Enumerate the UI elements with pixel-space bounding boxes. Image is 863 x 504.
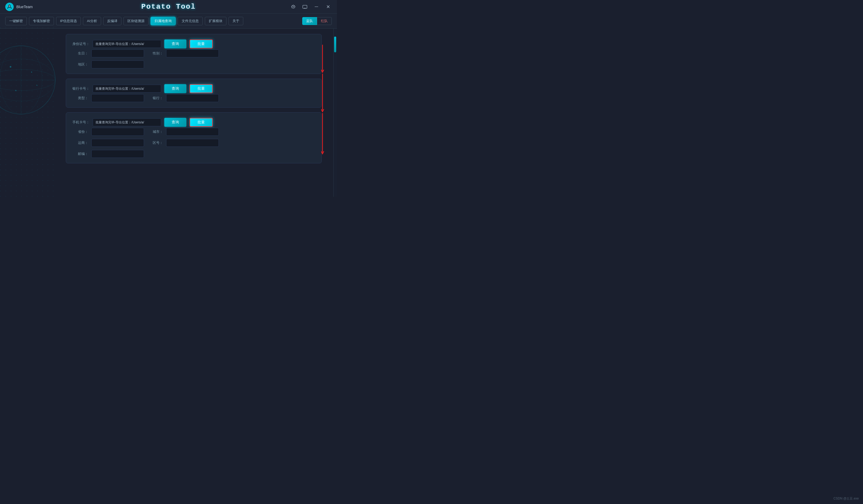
- city-label: 城市：: [147, 129, 163, 134]
- id-card-label: 身份证号：: [72, 41, 89, 46]
- phone-card-sub-fields: 省份： 城市： 运商： 区号： 邮编：: [72, 128, 315, 158]
- id-card-sub-fields: 生日： 性别： 地区：: [72, 50, 315, 68]
- carrier-label: 运商：: [72, 141, 88, 145]
- bank-card-section: 银行卡号： 查询 批量 类型： 银行：: [66, 79, 322, 107]
- areacode-input[interactable]: [166, 139, 219, 147]
- type-input[interactable]: [91, 94, 144, 102]
- bank-card-query-btn[interactable]: 查询: [164, 84, 186, 93]
- team-buttons: 蓝队 红队: [302, 17, 332, 25]
- region-input[interactable]: [91, 61, 144, 68]
- tab-guishu[interactable]: 归属地查询: [151, 17, 176, 25]
- phone-card-input[interactable]: [93, 118, 161, 126]
- app-icon: [5, 3, 14, 11]
- gender-label: 性别：: [147, 51, 163, 56]
- app-main-title: Potato Tool: [141, 3, 196, 11]
- title-bar: BlueTeam Potato Tool ─ ✕: [0, 0, 337, 14]
- birthday-label: 生日：: [72, 51, 88, 56]
- bank-input[interactable]: [166, 94, 219, 102]
- phone-carrier-row: 运商： 区号：: [72, 139, 315, 147]
- phone-card-main-row: 手机卡号： 查询 批量: [72, 118, 315, 127]
- tab-yijie[interactable]: 一键解密: [5, 17, 27, 25]
- phone-card-section: 手机卡号： 查询 批量 省份： 城市： 运商： 区号：: [66, 112, 322, 163]
- carrier-input[interactable]: [91, 139, 144, 147]
- phone-card-batch-btn[interactable]: 批量: [190, 118, 213, 127]
- red-team-btn[interactable]: 红队: [317, 17, 332, 25]
- tab-ip[interactable]: IP信息筛选: [56, 17, 81, 25]
- minimize-icon[interactable]: ─: [313, 3, 320, 11]
- bank-card-sub-fields: 类型： 银行：: [72, 94, 315, 102]
- phone-province-row: 省份： 城市：: [72, 128, 315, 136]
- zip-label: 邮编：: [72, 152, 88, 156]
- tab-zhuanxiang[interactable]: 专项加解密: [29, 17, 54, 25]
- tab-about[interactable]: 关于: [228, 17, 243, 25]
- nav-bar: 一键解密 专项加解密 IP信息筛选 AI分析 反编译 区块链溯源 归属地查询 文…: [0, 14, 337, 29]
- scrollbar[interactable]: [333, 29, 337, 197]
- id-card-main-row: 身份证号： 查询 批量: [72, 39, 315, 48]
- phone-card-label: 手机卡号：: [72, 120, 89, 125]
- main-area: 身份证号： 查询 批量 生日： 性别： 地区：: [0, 29, 337, 197]
- blue-team-btn[interactable]: 蓝队: [302, 17, 317, 25]
- tab-ai[interactable]: AI分析: [83, 17, 101, 25]
- bank-card-batch-btn[interactable]: 批量: [190, 84, 213, 93]
- bank-label: 银行：: [147, 96, 163, 101]
- id-card-birthday-row: 生日： 性别：: [72, 50, 315, 57]
- tab-file[interactable]: 文件元信息: [178, 17, 203, 25]
- type-label: 类型：: [72, 96, 88, 101]
- close-icon[interactable]: ✕: [324, 3, 332, 11]
- settings-icon[interactable]: [290, 3, 297, 11]
- region-label: 地区：: [72, 62, 88, 67]
- areacode-label: 区号：: [147, 141, 163, 145]
- app-name: BlueTeam: [16, 5, 33, 9]
- id-card-section: 身份证号： 查询 批量 生日： 性别： 地区：: [66, 34, 322, 74]
- svg-rect-2: [9, 5, 10, 5]
- title-bar-controls: ─ ✕: [290, 3, 332, 11]
- province-input[interactable]: [91, 128, 144, 136]
- city-input[interactable]: [166, 128, 219, 136]
- scroll-thumb[interactable]: [334, 37, 336, 52]
- tab-expand[interactable]: 扩展模块: [205, 17, 226, 25]
- screen-icon[interactable]: [301, 3, 309, 11]
- bank-card-type-row: 类型： 银行：: [72, 94, 315, 102]
- id-card-batch-btn[interactable]: 批量: [190, 39, 213, 48]
- id-card-query-btn[interactable]: 查询: [164, 39, 186, 48]
- bank-card-main-row: 银行卡号： 查询 批量: [72, 84, 315, 93]
- phone-zip-row: 邮编：: [72, 150, 315, 158]
- id-card-region-row: 地区：: [72, 61, 315, 68]
- left-space: [0, 29, 55, 197]
- id-card-input[interactable]: [93, 40, 161, 48]
- tab-fanbian[interactable]: 反编译: [103, 17, 121, 25]
- content-area: 身份证号： 查询 批量 生日： 性别： 地区：: [58, 29, 329, 197]
- title-bar-left: BlueTeam: [5, 3, 33, 11]
- province-label: 省份：: [72, 129, 88, 134]
- zip-input[interactable]: [91, 150, 144, 158]
- gender-input[interactable]: [166, 50, 219, 57]
- phone-card-query-btn[interactable]: 查询: [164, 118, 186, 127]
- tab-blockchain[interactable]: 区块链溯源: [124, 17, 149, 25]
- bank-card-label: 银行卡号：: [72, 86, 89, 91]
- birthday-input[interactable]: [91, 50, 144, 57]
- bank-card-input[interactable]: [93, 85, 161, 93]
